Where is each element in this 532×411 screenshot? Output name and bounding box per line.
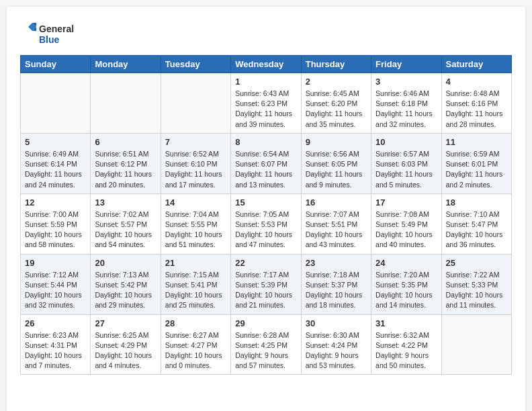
calendar-cell: 12Sunrise: 7:00 AM Sunset: 5:59 PM Dayli… — [21, 193, 91, 254]
calendar-cell: 5Sunrise: 6:49 AM Sunset: 6:14 PM Daylig… — [21, 133, 91, 193]
day-info: Sunrise: 6:48 AM Sunset: 6:16 PM Dayligh… — [446, 89, 507, 130]
calendar-cell: 7Sunrise: 6:52 AM Sunset: 6:10 PM Daylig… — [161, 133, 230, 193]
calendar-cell: 30Sunrise: 6:30 AM Sunset: 4:24 PM Dayli… — [301, 314, 371, 375]
day-number: 16 — [306, 197, 367, 208]
day-number: 17 — [375, 197, 437, 208]
calendar-cell: 28Sunrise: 6:27 AM Sunset: 4:27 PM Dayli… — [161, 314, 230, 375]
calendar-cell: 24Sunrise: 7:20 AM Sunset: 5:35 PM Dayli… — [371, 254, 441, 314]
calendar-cell — [441, 314, 511, 375]
day-info: Sunrise: 6:56 AM Sunset: 6:05 PM Dayligh… — [306, 149, 367, 190]
calendar-cell — [91, 73, 161, 134]
calendar-cell: 4Sunrise: 6:48 AM Sunset: 6:16 PM Daylig… — [441, 73, 511, 134]
day-number: 9 — [306, 137, 367, 147]
calendar-cell: 6Sunrise: 6:51 AM Sunset: 6:12 PM Daylig… — [91, 133, 161, 193]
day-info: Sunrise: 6:30 AM Sunset: 4:24 PM Dayligh… — [306, 330, 367, 371]
day-number: 30 — [306, 318, 367, 328]
day-info: Sunrise: 7:18 AM Sunset: 5:37 PM Dayligh… — [306, 270, 367, 311]
day-info: Sunrise: 6:25 AM Sunset: 4:29 PM Dayligh… — [95, 330, 156, 371]
calendar-cell: 31Sunrise: 6:32 AM Sunset: 4:22 PM Dayli… — [371, 314, 441, 375]
calendar-cell: 1Sunrise: 6:43 AM Sunset: 6:23 PM Daylig… — [231, 73, 301, 134]
day-info: Sunrise: 7:10 AM Sunset: 5:47 PM Dayligh… — [446, 210, 507, 250]
svg-text:Blue: Blue — [39, 34, 60, 45]
svg-text:General: General — [39, 24, 74, 34]
calendar-cell: 14Sunrise: 7:04 AM Sunset: 5:55 PM Dayli… — [161, 193, 230, 254]
day-info: Sunrise: 7:17 AM Sunset: 5:39 PM Dayligh… — [235, 270, 296, 311]
day-number: 20 — [95, 258, 156, 268]
day-info: Sunrise: 7:05 AM Sunset: 5:53 PM Dayligh… — [235, 210, 296, 250]
day-info: Sunrise: 7:08 AM Sunset: 5:49 PM Dayligh… — [375, 210, 437, 250]
day-info: Sunrise: 7:13 AM Sunset: 5:42 PM Dayligh… — [95, 270, 156, 311]
calendar-cell: 18Sunrise: 7:10 AM Sunset: 5:47 PM Dayli… — [441, 193, 511, 254]
calendar-cell: 2Sunrise: 6:45 AM Sunset: 6:20 PM Daylig… — [301, 73, 371, 134]
day-header-friday: Friday — [371, 56, 441, 73]
calendar-week-5: 26Sunrise: 6:23 AM Sunset: 4:31 PM Dayli… — [21, 314, 512, 375]
day-number: 15 — [235, 197, 296, 208]
day-number: 25 — [446, 258, 507, 268]
day-info: Sunrise: 6:54 AM Sunset: 6:07 PM Dayligh… — [235, 149, 296, 190]
day-number: 28 — [165, 318, 226, 328]
day-info: Sunrise: 6:28 AM Sunset: 4:25 PM Dayligh… — [235, 330, 296, 371]
day-info: Sunrise: 6:23 AM Sunset: 4:31 PM Dayligh… — [25, 330, 86, 371]
logo: General Blue — [20, 20, 81, 48]
day-header-tuesday: Tuesday — [161, 56, 230, 73]
calendar-cell: 21Sunrise: 7:15 AM Sunset: 5:41 PM Dayli… — [161, 254, 230, 314]
day-header-wednesday: Wednesday — [231, 56, 301, 73]
calendar-cell: 29Sunrise: 6:28 AM Sunset: 4:25 PM Dayli… — [231, 314, 301, 375]
day-info: Sunrise: 7:22 AM Sunset: 5:33 PM Dayligh… — [446, 270, 507, 311]
day-header-saturday: Saturday — [441, 56, 511, 73]
day-number: 3 — [375, 77, 437, 87]
day-number: 8 — [235, 137, 296, 147]
day-info: Sunrise: 6:49 AM Sunset: 6:14 PM Dayligh… — [25, 149, 86, 190]
calendar-cell: 3Sunrise: 6:46 AM Sunset: 6:18 PM Daylig… — [371, 73, 441, 134]
day-number: 22 — [235, 258, 296, 268]
day-number: 19 — [25, 258, 86, 268]
day-info: Sunrise: 6:43 AM Sunset: 6:23 PM Dayligh… — [235, 89, 296, 130]
day-number: 26 — [25, 318, 86, 328]
day-number: 21 — [165, 258, 226, 268]
day-header-thursday: Thursday — [301, 56, 371, 73]
calendar-week-3: 12Sunrise: 7:00 AM Sunset: 5:59 PM Dayli… — [21, 193, 512, 254]
header: General Blue — [20, 20, 512, 48]
calendar-cell: 13Sunrise: 7:02 AM Sunset: 5:57 PM Dayli… — [91, 193, 161, 254]
calendar-container: General Blue SundayMondayTuesdayWednesda… — [7, 7, 525, 411]
day-info: Sunrise: 7:15 AM Sunset: 5:41 PM Dayligh… — [165, 270, 226, 311]
calendar-cell: 10Sunrise: 6:57 AM Sunset: 6:03 PM Dayli… — [371, 133, 441, 193]
day-number: 5 — [25, 137, 86, 147]
day-info: Sunrise: 7:04 AM Sunset: 5:55 PM Dayligh… — [165, 210, 226, 250]
day-info: Sunrise: 6:27 AM Sunset: 4:27 PM Dayligh… — [165, 330, 226, 371]
calendar-week-1: 1Sunrise: 6:43 AM Sunset: 6:23 PM Daylig… — [21, 73, 512, 134]
day-number: 1 — [235, 77, 296, 87]
calendar-cell: 16Sunrise: 7:07 AM Sunset: 5:51 PM Dayli… — [301, 193, 371, 254]
calendar-cell: 15Sunrise: 7:05 AM Sunset: 5:53 PM Dayli… — [231, 193, 301, 254]
day-info: Sunrise: 7:07 AM Sunset: 5:51 PM Dayligh… — [306, 210, 367, 250]
calendar-cell: 19Sunrise: 7:12 AM Sunset: 5:44 PM Dayli… — [21, 254, 91, 314]
day-info: Sunrise: 6:45 AM Sunset: 6:20 PM Dayligh… — [306, 89, 367, 130]
day-number: 12 — [25, 197, 86, 208]
logo-svg: General Blue — [20, 20, 81, 48]
calendar-cell: 11Sunrise: 6:59 AM Sunset: 6:01 PM Dayli… — [441, 133, 511, 193]
calendar-cell — [21, 73, 91, 134]
day-number: 23 — [306, 258, 367, 268]
calendar-cell: 22Sunrise: 7:17 AM Sunset: 5:39 PM Dayli… — [231, 254, 301, 314]
day-number: 2 — [306, 77, 367, 87]
calendar-week-2: 5Sunrise: 6:49 AM Sunset: 6:14 PM Daylig… — [21, 133, 512, 193]
calendar-week-4: 19Sunrise: 7:12 AM Sunset: 5:44 PM Dayli… — [21, 254, 512, 314]
day-info: Sunrise: 7:00 AM Sunset: 5:59 PM Dayligh… — [25, 210, 86, 250]
day-info: Sunrise: 6:52 AM Sunset: 6:10 PM Dayligh… — [165, 149, 226, 190]
day-header-monday: Monday — [91, 56, 161, 73]
day-number: 27 — [95, 318, 156, 328]
day-info: Sunrise: 7:12 AM Sunset: 5:44 PM Dayligh… — [25, 270, 86, 311]
day-number: 14 — [165, 197, 226, 208]
day-number: 29 — [235, 318, 296, 328]
day-info: Sunrise: 7:20 AM Sunset: 5:35 PM Dayligh… — [375, 270, 437, 311]
day-number: 6 — [95, 137, 156, 147]
day-info: Sunrise: 6:46 AM Sunset: 6:18 PM Dayligh… — [375, 89, 437, 130]
day-info: Sunrise: 6:32 AM Sunset: 4:22 PM Dayligh… — [375, 330, 437, 371]
calendar-cell: 17Sunrise: 7:08 AM Sunset: 5:49 PM Dayli… — [371, 193, 441, 254]
day-number: 18 — [446, 197, 507, 208]
header-row: SundayMondayTuesdayWednesdayThursdayFrid… — [21, 56, 512, 73]
calendar-cell: 8Sunrise: 6:54 AM Sunset: 6:07 PM Daylig… — [231, 133, 301, 193]
day-number: 10 — [375, 137, 437, 147]
calendar-cell: 27Sunrise: 6:25 AM Sunset: 4:29 PM Dayli… — [91, 314, 161, 375]
day-number: 11 — [446, 137, 507, 147]
